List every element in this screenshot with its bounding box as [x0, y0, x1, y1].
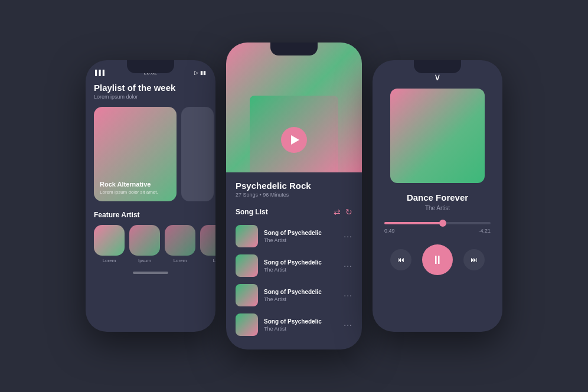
song-thumb-1 — [236, 225, 258, 247]
album-info: Psychedelic Rock 27 Songs • 96 Minutes — [226, 172, 362, 207]
artist-thumb-img-4 — [200, 225, 215, 256]
artist-name-2: Ipsum — [138, 258, 151, 263]
album-card-desc: Lorem ipsum dolor sit amet. — [100, 190, 171, 195]
artist-thumbs: Lorem Ipsum Lorem Lo — [94, 225, 207, 263]
artist-thumb-1[interactable]: Lorem — [94, 225, 125, 263]
prev-button[interactable]: ⏮ — [390, 249, 411, 270]
song-item-1[interactable]: Song of Psychedelic The Artist ··· — [226, 221, 362, 251]
song-more-4[interactable]: ··· — [344, 320, 352, 329]
feature-artist-label: Feature Artist — [94, 211, 207, 219]
song-item-3[interactable]: Song of Psychedelic The Artist ··· — [226, 280, 362, 310]
notch-1 — [127, 60, 174, 73]
song-item-2[interactable]: Song of Psychedelic The Artist ··· — [226, 251, 362, 280]
artist-thumb-3[interactable]: Lorem — [165, 225, 195, 263]
song-name-1: Song of Psychedelic — [264, 230, 338, 236]
song-list-label: Song List — [236, 208, 268, 216]
playlist-title: Playlist of the week — [94, 83, 207, 93]
song-info-4: Song of Psychedelic The Artist — [264, 318, 338, 332]
song-thumb-3 — [236, 284, 258, 306]
artist-name-3: Lorem — [174, 258, 187, 263]
progress-bar-container — [373, 222, 502, 224]
phone-1: ▌▌▌ 23:02 ▷ ▮▮ Playlist of the week Lore… — [86, 60, 215, 332]
track-artist: The Artist — [373, 205, 502, 211]
song-artist-4: The Artist — [264, 326, 338, 332]
progress-fill — [384, 222, 443, 224]
notch-2 — [270, 43, 318, 55]
signal-icon: ▌▌▌ — [95, 70, 106, 76]
artist-thumb-2[interactable]: Ipsum — [129, 225, 160, 263]
artist-name-1: Lorem — [103, 258, 116, 263]
progress-thumb — [439, 220, 446, 227]
song-artist-3: The Artist — [264, 296, 338, 302]
song-list: Song of Psychedelic The Artist ··· Song … — [226, 221, 362, 339]
home-indicator-1 — [133, 272, 168, 274]
song-artist-2: The Artist — [264, 267, 338, 273]
album-name: Psychedelic Rock — [236, 181, 352, 191]
phone1-content: Playlist of the week Lorem ipsum dolor R… — [86, 78, 215, 263]
album-card-title: Rock Alternative — [100, 181, 171, 188]
time-row: 0:49 -4:21 — [373, 228, 502, 234]
artist-thumb-img-2 — [129, 225, 160, 256]
album-cards: Rock Alternative Lorem ipsum dolor sit a… — [94, 107, 207, 201]
artist-thumb-img-1 — [94, 225, 125, 256]
cover-area — [226, 43, 362, 172]
battery-wifi-icons: ▷ ▮▮ — [194, 70, 206, 76]
song-thumb-4 — [236, 313, 258, 336]
artist-thumb-4[interactable]: Lo — [200, 225, 215, 263]
song-more-2[interactable]: ··· — [344, 261, 352, 270]
song-info-1: Song of Psychedelic The Artist — [264, 230, 338, 243]
phones-container: ▌▌▌ 23:02 ▷ ▮▮ Playlist of the week Lore… — [74, 31, 514, 361]
cover-inner — [250, 96, 338, 172]
song-info-3: Song of Psychedelic The Artist — [264, 289, 338, 302]
play-button[interactable] — [281, 127, 307, 153]
phone-3: ∨ Dance Forever The Artist 0:49 -4:21 ⏮ … — [373, 60, 502, 332]
song-name-2: Song of Psychedelic — [264, 259, 338, 266]
current-time: 0:49 — [384, 228, 395, 234]
shuffle-icon[interactable]: ⇄ — [334, 207, 341, 217]
notch-3 — [414, 60, 461, 73]
pause-button[interactable]: ⏸ — [422, 244, 453, 275]
song-list-header: Song List ⇄ ↻ — [226, 207, 362, 217]
phone-2: Psychedelic Rock 27 Songs • 96 Minutes S… — [226, 43, 362, 349]
remaining-time: -4:21 — [478, 228, 491, 234]
playlist-subtitle: Lorem ipsum dolor — [94, 94, 207, 100]
album-card-side — [181, 107, 214, 201]
song-more-1[interactable]: ··· — [344, 231, 352, 241]
artist-thumb-img-3 — [165, 225, 195, 256]
repeat-icon[interactable]: ↻ — [345, 207, 352, 217]
album-meta: 27 Songs • 96 Minutes — [236, 192, 352, 198]
progress-track[interactable] — [384, 222, 491, 224]
track-title: Dance Forever — [373, 192, 502, 202]
song-list-controls: ⇄ ↻ — [334, 207, 352, 217]
song-more-3[interactable]: ··· — [344, 290, 352, 300]
next-button[interactable]: ⏭ — [463, 249, 485, 270]
album-card-main[interactable]: Rock Alternative Lorem ipsum dolor sit a… — [94, 107, 177, 201]
song-info-2: Song of Psychedelic The Artist — [264, 259, 338, 273]
artist-name-4: Lo — [213, 258, 215, 263]
song-name-3: Song of Psychedelic — [264, 289, 338, 295]
now-playing-cover — [390, 89, 485, 183]
song-item-4[interactable]: Song of Psychedelic The Artist ··· — [226, 310, 362, 339]
song-name-4: Song of Psychedelic — [264, 318, 338, 325]
song-thumb-2 — [236, 254, 258, 277]
controls-row: ⏮ ⏸ ⏭ — [373, 244, 502, 275]
song-artist-1: The Artist — [264, 237, 338, 243]
